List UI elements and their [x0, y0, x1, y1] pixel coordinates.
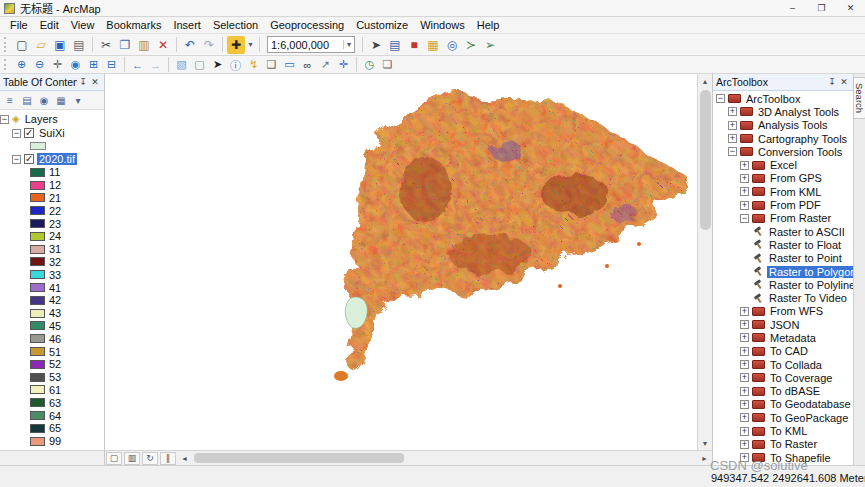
toolbox-item-label[interactable]: JSON — [768, 319, 801, 331]
map-scale-combo[interactable]: 1:6,000,000▾ — [267, 36, 355, 53]
zoom-out-icon[interactable]: ⊖ — [31, 57, 48, 72]
expand-icon[interactable] — [740, 307, 749, 316]
add-data-icon[interactable]: ✚ — [227, 36, 245, 54]
expand-icon[interactable] — [740, 201, 749, 210]
save-icon[interactable]: ▣ — [51, 36, 69, 54]
collapse-icon[interactable] — [716, 94, 725, 103]
toolbox-item-label[interactable]: To CAD — [768, 345, 810, 357]
menu-geoprocessing[interactable]: Geoprocessing — [264, 18, 350, 32]
toolbox-item[interactable]: Raster To Video — [713, 291, 853, 304]
undo-icon[interactable]: ↶ — [181, 36, 199, 54]
pan-icon[interactable]: ✛ — [49, 57, 66, 72]
toolbox-item[interactable]: From Raster — [713, 212, 853, 225]
expand-icon[interactable] — [728, 121, 737, 130]
search-tab[interactable]: Search — [853, 77, 865, 119]
paste-icon[interactable]: ▥ — [135, 36, 153, 54]
toolbox-item[interactable]: To GeoPackage — [713, 411, 853, 424]
expand-icon[interactable] — [740, 427, 749, 436]
toolbox-item[interactable]: Raster to ASCII — [713, 225, 853, 238]
suixi-symbol-row[interactable] — [0, 140, 104, 152]
expand-icon[interactable] — [740, 400, 749, 409]
close-button[interactable]: ✕ — [836, 0, 865, 16]
catalog-window-icon[interactable]: ▦ — [424, 36, 442, 54]
toolbox-item-label[interactable]: Excel — [768, 159, 799, 171]
select-features-icon[interactable]: ▧ — [173, 57, 190, 72]
map-horizontal-scrollbar[interactable] — [177, 451, 712, 465]
toolbox-item-label[interactable]: Analysis Tools — [756, 119, 830, 131]
find-icon[interactable]: ∞ — [299, 57, 316, 72]
toolbox-item-label[interactable]: To Coverage — [768, 372, 834, 384]
menu-view[interactable]: View — [65, 18, 101, 32]
list-by-source-icon[interactable]: ▤ — [19, 93, 35, 108]
toolbox-item-label[interactable]: Raster to ASCII — [767, 226, 847, 238]
legend-item[interactable]: 61 — [0, 384, 104, 397]
expand-icon[interactable] — [740, 347, 749, 356]
python-window-icon[interactable]: ≻ — [462, 36, 480, 54]
time-slider-icon[interactable]: ◷ — [361, 57, 378, 72]
options-icon[interactable]: ▾ — [70, 93, 86, 108]
expand-icon[interactable] — [728, 134, 737, 143]
find-route-icon[interactable]: ➚ — [317, 57, 334, 72]
viewer-window-icon[interactable]: ❏ — [379, 57, 396, 72]
full-extent-icon[interactable]: ◉ — [67, 57, 84, 72]
toc-item-suixi[interactable]: SuiXi — [0, 126, 104, 140]
expand-icon[interactable] — [740, 320, 749, 329]
map-canvas[interactable] — [105, 74, 697, 450]
menu-selection[interactable]: Selection — [207, 18, 264, 32]
layout-view-button[interactable]: ▥ — [124, 452, 140, 465]
legend-item[interactable]: 33 — [0, 268, 104, 281]
toolbox-item[interactable]: JSON — [713, 318, 853, 331]
toolbox-item-label[interactable]: From Raster — [768, 212, 833, 224]
legend-item[interactable]: 53 — [0, 371, 104, 384]
menu-windows[interactable]: Windows — [414, 18, 471, 32]
copy-icon[interactable]: ❐ — [116, 36, 134, 54]
pin-icon[interactable]: ↧ — [826, 77, 838, 87]
toolbox-item-label[interactable]: To Raster — [768, 438, 819, 450]
toolbox-item-label[interactable]: From GPS — [768, 172, 824, 184]
legend-item[interactable]: 32 — [0, 256, 104, 269]
chevron-down-icon[interactable]: ▾ — [343, 40, 351, 49]
expand-icon[interactable] — [728, 107, 737, 116]
legend-item[interactable]: 24 — [0, 230, 104, 243]
cut-icon[interactable]: ✂ — [97, 36, 115, 54]
toolbox-item[interactable]: 3D Analyst Tools — [713, 105, 853, 118]
legend-item[interactable]: 12 — [0, 179, 104, 192]
list-by-selection-icon[interactable]: ▦ — [53, 93, 69, 108]
toolbox-item-label[interactable]: Raster To Video — [767, 292, 849, 304]
menu-bookmarks[interactable]: Bookmarks — [100, 18, 167, 32]
modelbuilder-icon[interactable]: ➢ — [481, 36, 499, 54]
menu-edit[interactable]: Edit — [34, 18, 65, 32]
legend-item[interactable]: 41 — [0, 281, 104, 294]
scroll-down-icon[interactable] — [698, 436, 712, 450]
forward-extent-icon[interactable]: → — [147, 57, 164, 72]
expand-icon[interactable] — [740, 174, 749, 183]
scroll-left-icon[interactable] — [177, 451, 192, 465]
layer-visibility-checkbox[interactable] — [24, 154, 34, 164]
toolbox-item-label[interactable]: From WFS — [768, 305, 825, 317]
new-map-icon[interactable]: ▢ — [13, 36, 31, 54]
toc-layers-label[interactable]: Layers — [23, 113, 60, 125]
legend-item[interactable]: 45 — [0, 320, 104, 333]
table-of-contents-window-icon[interactable]: ▤ — [386, 36, 404, 54]
toolbar-grip[interactable] — [4, 59, 8, 71]
menu-insert[interactable]: Insert — [167, 18, 207, 32]
toolbox-item[interactable]: Conversion Tools — [713, 145, 853, 158]
toolbox-item[interactable]: From GPS — [713, 172, 853, 185]
map-vertical-scrollbar[interactable] — [697, 74, 712, 450]
expand-icon[interactable] — [740, 413, 749, 422]
toolbox-item-label[interactable]: To KML — [768, 425, 809, 437]
legend-item[interactable]: 21 — [0, 192, 104, 205]
expand-icon[interactable] — [740, 187, 749, 196]
toolbox-item[interactable]: Raster to Float — [713, 238, 853, 251]
clear-selection-icon[interactable]: ▢ — [191, 57, 208, 72]
toolbox-item-label[interactable]: To Collada — [768, 359, 824, 371]
html-popup-icon[interactable]: ❑ — [263, 57, 280, 72]
toolbox-item-label[interactable]: To Geodatabase — [768, 398, 853, 410]
legend-item[interactable]: 64 — [0, 409, 104, 422]
vertical-scroll-thumb[interactable] — [700, 90, 711, 230]
editor-toolbar-icon[interactable]: ➤ — [367, 36, 385, 54]
toolbox-item[interactable]: Analysis Tools — [713, 119, 853, 132]
toolbox-item[interactable]: Metadata — [713, 331, 853, 344]
toolbox-item[interactable]: To dBASE — [713, 385, 853, 398]
search-window-icon[interactable]: ◎ — [443, 36, 461, 54]
